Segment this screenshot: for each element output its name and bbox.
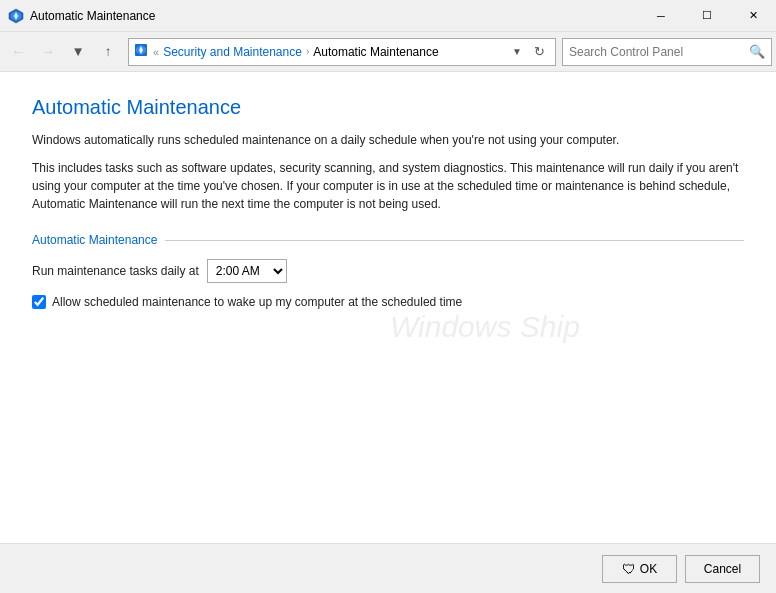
breadcrumb-arrow: › <box>306 46 309 57</box>
ok-label: OK <box>640 562 657 576</box>
main-content: Automatic Maintenance Windows automatica… <box>0 72 776 543</box>
section-header: Automatic Maintenance <box>32 233 744 247</box>
page-title: Automatic Maintenance <box>32 96 744 119</box>
recent-button[interactable]: ▼ <box>64 38 92 66</box>
description-1: Windows automatically runs scheduled mai… <box>32 131 744 149</box>
title-bar: Automatic Maintenance ─ ☐ ✕ <box>0 0 776 32</box>
window-icon <box>8 8 24 24</box>
close-button[interactable]: ✕ <box>730 0 776 32</box>
footer: 🛡 OK Cancel <box>0 543 776 593</box>
up-button[interactable]: ↑ <box>94 38 122 66</box>
section-title: Automatic Maintenance <box>32 233 157 247</box>
address-dropdown-button[interactable]: ▼ <box>509 44 525 59</box>
search-button[interactable]: 🔍 <box>749 44 765 59</box>
wakeup-checkbox[interactable] <box>32 295 46 309</box>
cancel-button[interactable]: Cancel <box>685 555 760 583</box>
title-bar-controls: ─ ☐ ✕ <box>638 0 776 32</box>
wakeup-label[interactable]: Allow scheduled maintenance to wake up m… <box>52 295 462 309</box>
address-separator: « <box>153 46 159 58</box>
section-divider <box>165 240 744 241</box>
maintenance-time-row: Run maintenance tasks daily at 2:00 AM 1… <box>32 259 744 283</box>
search-input[interactable] <box>569 45 745 59</box>
nav-bar: ← → ▼ ↑ « Security and Maintenance › Aut… <box>0 32 776 72</box>
ok-button[interactable]: 🛡 OK <box>602 555 677 583</box>
description-2: This includes tasks such as software upd… <box>32 159 744 213</box>
nav-flag-icon <box>133 42 149 61</box>
ok-shield-icon: 🛡 <box>622 561 636 577</box>
refresh-button[interactable]: ↻ <box>527 40 551 64</box>
back-button[interactable]: ← <box>4 38 32 66</box>
time-select[interactable]: 2:00 AM 1:00 AM 3:00 AM 4:00 AM 5:00 AM <box>207 259 287 283</box>
forward-button[interactable]: → <box>34 38 62 66</box>
title-text: Automatic Maintenance <box>30 9 155 23</box>
minimize-button[interactable]: ─ <box>638 0 684 32</box>
maintenance-label: Run maintenance tasks daily at <box>32 264 199 278</box>
wakeup-checkbox-row: Allow scheduled maintenance to wake up m… <box>32 295 744 309</box>
search-bar[interactable]: 🔍 <box>562 38 772 66</box>
breadcrumb-current: Automatic Maintenance <box>313 45 438 59</box>
breadcrumb-parent[interactable]: Security and Maintenance <box>163 45 302 59</box>
title-bar-left: Automatic Maintenance <box>8 8 155 24</box>
maximize-button[interactable]: ☐ <box>684 0 730 32</box>
address-bar: « Security and Maintenance › Automatic M… <box>128 38 556 66</box>
address-dropdown: ▼ ↻ <box>509 40 551 64</box>
